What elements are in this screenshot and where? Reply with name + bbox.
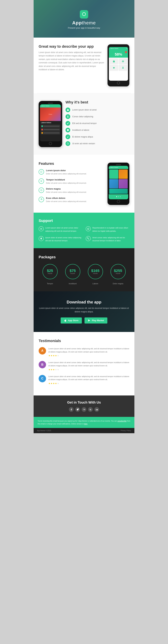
package-3[interactable]: $255 /month	[110, 264, 126, 279]
describe-body: Lorem ipsum dolor sit amet cons ctetur a…	[39, 51, 104, 71]
testimonial-0: A Lorem ipsum dolor sit amet conse ctetu…	[39, 347, 129, 357]
music-icon	[67, 136, 69, 138]
packages-row: $25 /month $75 /month $165 /month $255 /…	[39, 264, 129, 279]
phone-grid-item	[109, 65, 118, 71]
support-icon-star	[86, 226, 91, 231]
features-phone-screen: Labore Dolore	[109, 166, 128, 199]
feature-icon-1	[39, 178, 44, 184]
linkedin-icon-btn[interactable]	[94, 407, 99, 412]
feature-title-2: Dolore magna	[46, 188, 87, 190]
describe-section: Great way to describe your app Lorem ips…	[34, 38, 134, 93]
support-text-1: Reprehenderit in vo-luptate velit esse c…	[92, 226, 129, 232]
pencil-icon	[67, 122, 69, 124]
support-text-3: Amet conse ctetur adipiscing elit sed do…	[92, 236, 129, 242]
feature-desc-3: Dolor sit amet cons ctetur adipiscing el…	[46, 200, 87, 203]
screen2-image: Photo	[40, 108, 61, 121]
testimonials-section: Testimonials A Lorem ipsum dolor sit ame…	[34, 332, 134, 396]
screen2-avatar2	[41, 129, 43, 130]
percent-badge: +	[125, 51, 127, 53]
location-icon	[40, 238, 42, 240]
person-icon	[67, 116, 69, 118]
percent-display: 58% +	[109, 50, 128, 58]
screen2-text-line3	[44, 132, 60, 133]
online-version-link[interactable]: here	[84, 423, 87, 425]
unsubscribe-link[interactable]: unsubscribe	[117, 420, 127, 422]
rss-icon	[89, 408, 91, 411]
testimonial-content-2: Lorem ipsum dolor sit amet conse ctetur …	[48, 375, 129, 385]
testimonial-avatar-inner-2: C	[39, 375, 46, 382]
package-label-1: Incididunt	[65, 282, 80, 284]
testimonial-stars-0: ★★★★★	[48, 354, 129, 357]
package-2[interactable]: $165 /month	[88, 264, 103, 279]
testimonial-avatar-0: A	[39, 347, 46, 354]
download-section: Download the app Lorem ipsum dolor sit a…	[34, 291, 134, 332]
screen3-dot3	[120, 196, 121, 197]
package-0[interactable]: $25 /month	[43, 264, 58, 279]
package-period-1: /month	[70, 273, 75, 274]
screen3-grid	[109, 169, 128, 194]
support-icon-location	[39, 236, 44, 241]
hero-subtitle: Present your app in beautiful way	[37, 26, 131, 29]
support-heading: Support	[39, 218, 129, 223]
screen2-title: Labore Dolore	[40, 121, 61, 124]
android-icon	[88, 319, 90, 322]
package-period-0: /month	[48, 273, 52, 274]
phone-grid-item	[119, 58, 127, 64]
feature-icon-0	[39, 169, 44, 174]
testimonial-text-0: Lorem ipsum dolor sit amet conse ctetur …	[48, 347, 129, 353]
why-heading: Why it's best	[66, 100, 129, 104]
star-icon2	[87, 228, 89, 230]
feature-text-3: Esse cillum dolore Dolor sit amet cons c…	[46, 197, 87, 203]
screen3-cell-green	[109, 170, 118, 179]
testimonial-1: B Lorem ipsum dolor sit amet conse ctetu…	[39, 361, 129, 371]
package-label-3: Dolor magna	[110, 282, 126, 284]
phone-grid	[109, 58, 128, 72]
why-icon-lock	[66, 108, 70, 112]
privacy-policy-link[interactable]: Privacy Policy	[121, 430, 131, 432]
why-icon-shield	[66, 128, 70, 132]
clock-icon	[40, 189, 43, 192]
phone-screen-header: Labore Dolore ≡	[109, 47, 128, 50]
facebook-icon	[70, 408, 72, 411]
playmarket-button[interactable]: Play Market	[84, 318, 107, 324]
support-icon-lines	[39, 226, 44, 231]
why-item-text-3: Incididunt ut labore	[72, 129, 89, 131]
screen2-text-line2	[44, 129, 60, 130]
describe-phone: Labore Dolore ≡ 58% +	[107, 44, 129, 86]
package-price-1: $75	[70, 269, 76, 273]
screen2-list-item	[41, 125, 60, 128]
feature-title-1: Tempor incididunt	[46, 178, 87, 181]
twitter-icon-btn[interactable]	[75, 407, 80, 412]
appstore-button[interactable]: App Store	[61, 318, 82, 324]
linkedin-icon	[96, 408, 98, 411]
timer-icon	[40, 198, 43, 201]
screen2-text-line	[44, 126, 60, 126]
settings-icon	[122, 60, 124, 62]
support-grid: Lorem ipsum dolor sit amet conse ctetur …	[39, 226, 129, 242]
support-item-2: Ipsum dolor sit amet conse ctetur adipis…	[39, 236, 82, 242]
social-icons	[39, 407, 129, 412]
screen3-cell-photo3	[119, 179, 128, 188]
star-icon	[113, 66, 115, 69]
testimonial-2: C Lorem ipsum dolor sit amet conse ctetu…	[39, 375, 129, 385]
key-icon	[87, 238, 89, 240]
phone-notch3	[116, 164, 121, 165]
testimonial-avatar-inner-0: A	[39, 347, 46, 354]
google-icon-btn[interactable]	[82, 407, 86, 412]
footer-bottom: App theme © 2015. Privacy Policy	[34, 428, 134, 433]
apple-icon	[64, 319, 67, 322]
screen2-avatar	[41, 125, 43, 127]
appstore-label: App Store	[68, 319, 79, 322]
why-icon-pencil	[66, 121, 70, 126]
why-item-text-5: Ut enim ad minim veniam	[72, 142, 95, 145]
feature-item-1: Tempor incididunt Dolor sit amet cons ct…	[39, 178, 104, 185]
facebook-icon-btn[interactable]	[69, 407, 74, 412]
screen2-avatar3	[41, 132, 43, 134]
support-text-0: Lorem ipsum dolor sit amet conse ctetur …	[45, 226, 82, 232]
phone-icon	[40, 171, 43, 173]
feature-text-0: Lorem ipsum dolor Dolor sit amet cons ct…	[46, 169, 87, 176]
rss-icon-btn[interactable]	[88, 407, 93, 412]
package-1[interactable]: $75 /month	[65, 264, 80, 279]
features-list: Features Lorem ipsum dolor Dolor sit ame…	[39, 162, 104, 206]
support-text-2: Ipsum dolor sit amet conse ctetur adipis…	[45, 236, 82, 242]
